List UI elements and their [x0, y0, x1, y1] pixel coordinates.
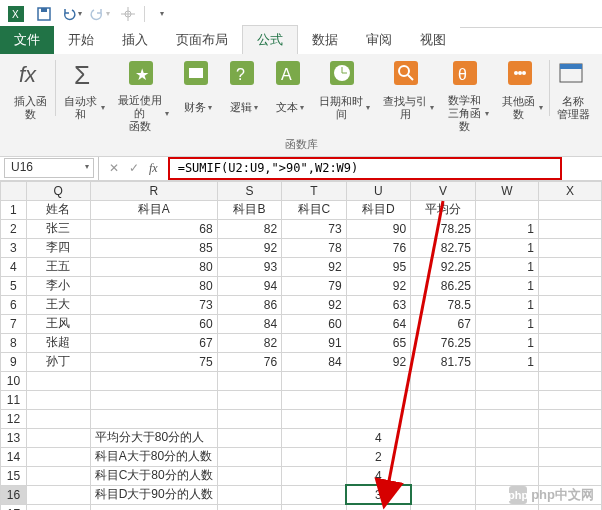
cell[interactable]: [217, 428, 281, 447]
cell[interactable]: 1: [475, 352, 538, 371]
cell[interactable]: [538, 200, 601, 219]
cell[interactable]: 92: [346, 352, 410, 371]
cell[interactable]: 科目D大于90分的人数: [90, 485, 217, 504]
cell[interactable]: 92: [282, 295, 346, 314]
cancel-icon[interactable]: ✕: [109, 161, 119, 175]
lookup-button[interactable]: 查找与引用▾: [376, 58, 440, 122]
cell[interactable]: [282, 466, 346, 485]
cell[interactable]: [411, 409, 476, 428]
cell[interactable]: 75: [90, 352, 217, 371]
finance-button[interactable]: 财务▾: [175, 58, 221, 122]
cell[interactable]: 82.75: [411, 238, 476, 257]
name-box[interactable]: U16▾: [4, 158, 94, 178]
datetime-button[interactable]: 日期和时间▾: [313, 58, 377, 122]
cell[interactable]: [538, 371, 601, 390]
cell[interactable]: 76.25: [411, 333, 476, 352]
cell[interactable]: [475, 371, 538, 390]
cell[interactable]: 科目C: [282, 200, 346, 219]
cell[interactable]: 李小: [26, 276, 90, 295]
cell[interactable]: 平均分: [411, 200, 476, 219]
cell[interactable]: [217, 371, 281, 390]
cell[interactable]: 95: [346, 257, 410, 276]
tab-home[interactable]: 开始: [54, 26, 108, 54]
cell[interactable]: 60: [282, 314, 346, 333]
cell[interactable]: 1: [475, 314, 538, 333]
cell[interactable]: [538, 295, 601, 314]
tab-file[interactable]: 文件: [0, 26, 54, 54]
formula-input[interactable]: [170, 159, 560, 178]
cell[interactable]: 张超: [26, 333, 90, 352]
cell[interactable]: [538, 409, 601, 428]
cell[interactable]: 73: [282, 219, 346, 238]
cell[interactable]: 科目A大于80分的人数: [90, 447, 217, 466]
cell[interactable]: 76: [346, 238, 410, 257]
math-button[interactable]: θ 数学和 三角函数▾: [440, 58, 494, 134]
cell[interactable]: 科目D: [346, 200, 410, 219]
cell[interactable]: 科目A: [90, 200, 217, 219]
cell[interactable]: [538, 333, 601, 352]
customize-qat-icon[interactable]: ▾: [149, 3, 173, 25]
cell[interactable]: [346, 390, 410, 409]
cell[interactable]: [282, 447, 346, 466]
cell[interactable]: 科目C大于80分的人数: [90, 466, 217, 485]
cell[interactable]: 84: [282, 352, 346, 371]
save-icon[interactable]: [32, 3, 56, 25]
cell[interactable]: [475, 390, 538, 409]
cell[interactable]: [217, 390, 281, 409]
excel-icon[interactable]: X: [4, 3, 28, 25]
column-header[interactable]: R: [90, 181, 217, 200]
name-manager-button[interactable]: 名称 管理器: [550, 58, 596, 122]
cell[interactable]: [26, 371, 90, 390]
cell[interactable]: 85: [90, 238, 217, 257]
cell[interactable]: 81.75: [411, 352, 476, 371]
cell[interactable]: [411, 485, 476, 504]
cell[interactable]: [411, 466, 476, 485]
cell[interactable]: [475, 428, 538, 447]
row-header[interactable]: 14: [1, 447, 27, 466]
cell[interactable]: 王风: [26, 314, 90, 333]
row-header[interactable]: 2: [1, 219, 27, 238]
cell[interactable]: [346, 504, 410, 510]
cell[interactable]: [26, 504, 90, 510]
cell[interactable]: [411, 504, 476, 510]
cell[interactable]: 张三: [26, 219, 90, 238]
insert-function-button[interactable]: fx 插入函数: [6, 58, 55, 122]
redo-icon[interactable]: ▾: [88, 3, 112, 25]
autosum-button[interactable]: Σ 自动求和▾: [56, 58, 110, 122]
touch-mode-icon[interactable]: [116, 3, 140, 25]
column-header[interactable]: T: [282, 181, 346, 200]
tab-insert[interactable]: 插入: [108, 26, 162, 54]
cell[interactable]: 82: [217, 219, 281, 238]
row-header[interactable]: 16: [1, 485, 27, 504]
cell[interactable]: 82: [217, 333, 281, 352]
row-header[interactable]: 10: [1, 371, 27, 390]
cell[interactable]: [411, 447, 476, 466]
cell[interactable]: [475, 200, 538, 219]
tab-view[interactable]: 视图: [406, 26, 460, 54]
cell[interactable]: 王五: [26, 257, 90, 276]
cell[interactable]: [411, 371, 476, 390]
cell[interactable]: [475, 504, 538, 510]
tab-layout[interactable]: 页面布局: [162, 26, 242, 54]
cell[interactable]: [411, 428, 476, 447]
undo-icon[interactable]: ▾: [60, 3, 84, 25]
cell[interactable]: 84: [217, 314, 281, 333]
cell[interactable]: 姓名: [26, 200, 90, 219]
column-header[interactable]: U: [346, 181, 410, 200]
cell[interactable]: [282, 485, 346, 504]
column-header[interactable]: Q: [26, 181, 90, 200]
cell[interactable]: 79: [282, 276, 346, 295]
cell[interactable]: [26, 447, 90, 466]
cell[interactable]: [90, 504, 217, 510]
cell[interactable]: [475, 447, 538, 466]
cell[interactable]: 90: [346, 219, 410, 238]
cell[interactable]: 73: [90, 295, 217, 314]
cell[interactable]: 1: [475, 238, 538, 257]
row-header[interactable]: 15: [1, 466, 27, 485]
cell[interactable]: [346, 371, 410, 390]
cell[interactable]: 78.25: [411, 219, 476, 238]
cell[interactable]: [26, 428, 90, 447]
cell[interactable]: 1: [475, 333, 538, 352]
cell[interactable]: 1: [475, 295, 538, 314]
recent-functions-button[interactable]: ★ 最近使用的 函数▾: [111, 58, 175, 134]
